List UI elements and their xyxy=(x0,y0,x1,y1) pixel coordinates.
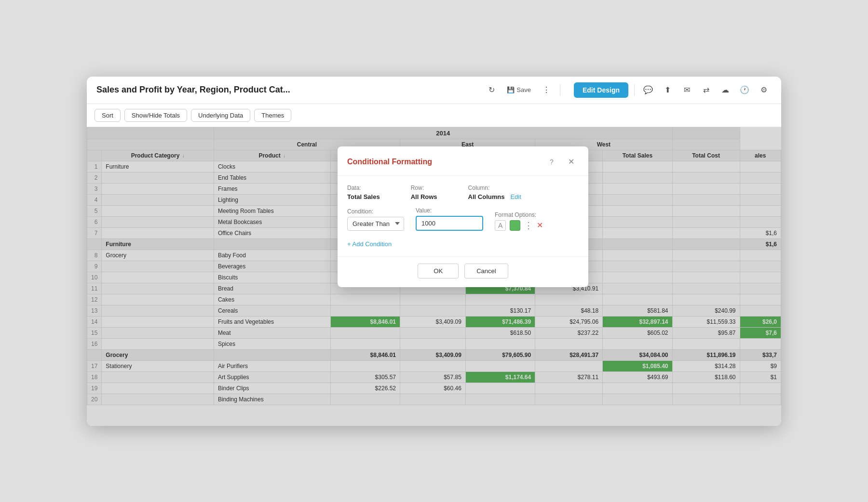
toolbar: Sort Show/Hide Totals Underlying Data Th… xyxy=(87,104,781,127)
header-actions: ↻ 💾 Save ⋮ Edit Design 💬 ⬆ ✉ ⇄ ☁ 🕐 ⚙ xyxy=(484,82,772,98)
format-options: A ⋮ ✕ xyxy=(495,220,543,231)
conditional-formatting-modal: Conditional Formatting ? ✕ Data: Total S… xyxy=(338,146,588,287)
comment-icon[interactable]: 💬 xyxy=(640,82,656,98)
row-col: Row: All Rows xyxy=(411,185,437,200)
save-button[interactable]: 💾 Save xyxy=(503,84,535,95)
modal-header: Conditional Formatting ? ✕ xyxy=(338,146,588,176)
row-label: Row: xyxy=(411,185,437,191)
ok-button[interactable]: OK xyxy=(418,264,459,278)
value-label: Value: xyxy=(416,207,483,214)
more-options-icon[interactable]: ⋮ xyxy=(539,82,554,98)
add-condition-link[interactable]: + Add Condition xyxy=(347,240,392,248)
page-title: Sales and Profit by Year, Region, Produc… xyxy=(96,85,484,95)
condition-label: Condition: xyxy=(347,208,404,215)
condition-col: Condition: Greater Than Less Than Equal … xyxy=(347,208,404,231)
sort-button[interactable]: Sort xyxy=(95,109,121,122)
modal-overlay: Conditional Formatting ? ✕ Data: Total S… xyxy=(87,127,781,426)
value-col: Value: xyxy=(416,207,483,231)
data-row-info: Data: Total Sales Row: All Rows Column: … xyxy=(347,185,579,200)
export-icon[interactable]: ⬆ xyxy=(660,82,675,98)
modal-header-icons: ? ✕ xyxy=(544,154,579,170)
email-icon[interactable]: ✉ xyxy=(679,82,694,98)
modal-help-icon[interactable]: ? xyxy=(544,154,559,170)
show-hide-totals-button[interactable]: Show/Hide Totals xyxy=(124,109,187,122)
themes-button[interactable]: Themes xyxy=(254,109,291,122)
row-value: All Rows xyxy=(411,193,437,200)
table-container: 2014 Central East West Product Category … xyxy=(87,127,781,426)
color-swatch[interactable] xyxy=(510,220,520,231)
condition-section: Condition: Greater Than Less Than Equal … xyxy=(347,207,579,231)
cancel-button[interactable]: Cancel xyxy=(464,264,508,278)
value-input[interactable] xyxy=(416,216,483,231)
divider2 xyxy=(634,84,635,96)
modal-body: Data: Total Sales Row: All Rows Column: … xyxy=(338,176,588,256)
data-label: Data: xyxy=(347,185,380,191)
modal-close-icon[interactable]: ✕ xyxy=(563,154,579,170)
schedule-icon[interactable]: 🕐 xyxy=(737,82,752,98)
format-delete-icon[interactable]: ✕ xyxy=(537,221,543,230)
modal-footer: OK Cancel xyxy=(338,256,588,287)
cloud-icon[interactable]: ☁ xyxy=(718,82,733,98)
main-window: Sales and Profit by Year, Region, Produc… xyxy=(87,77,781,426)
format-more-icon[interactable]: ⋮ xyxy=(524,220,533,231)
header: Sales and Profit by Year, Region, Produc… xyxy=(87,77,781,104)
col-col: Column: All Columns Edit xyxy=(468,185,579,200)
underlying-data-button[interactable]: Underlying Data xyxy=(191,109,250,122)
col-value: All Columns xyxy=(468,193,505,200)
share-icon[interactable]: ⇄ xyxy=(698,82,714,98)
format-text-icon[interactable]: A xyxy=(495,220,506,231)
format-col: Format Options: A ⋮ ✕ xyxy=(495,211,543,231)
condition-dropdown[interactable]: Greater Than Less Than Equal To Not Equa… xyxy=(347,217,404,231)
edit-design-button[interactable]: Edit Design xyxy=(574,82,628,98)
add-condition-section: + Add Condition xyxy=(347,237,579,248)
format-options-label: Format Options: xyxy=(495,211,543,218)
edit-link[interactable]: Edit xyxy=(510,193,521,200)
col-label: Column: xyxy=(468,185,579,191)
save-icon: 💾 xyxy=(507,86,515,93)
refresh-icon[interactable]: ↻ xyxy=(484,82,499,98)
data-value: Total Sales xyxy=(347,193,380,200)
settings-icon[interactable]: ⚙ xyxy=(756,82,772,98)
divider xyxy=(560,84,560,96)
modal-title: Conditional Formatting xyxy=(347,158,432,166)
data-col: Data: Total Sales xyxy=(347,185,380,200)
